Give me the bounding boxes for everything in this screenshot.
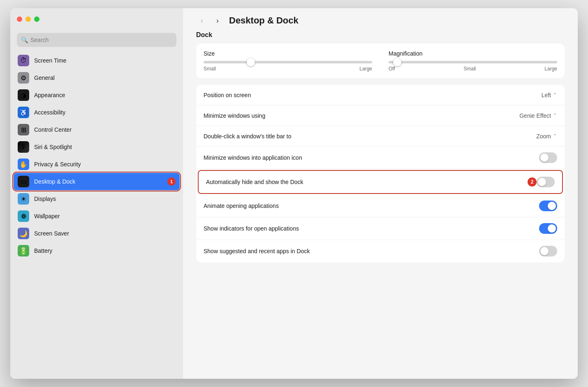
sidebar-item-displays[interactable]: ☀Displays xyxy=(14,190,180,207)
row-value-double-click[interactable]: Zoom ⌃ xyxy=(536,133,557,140)
sidebar-item-label-displays: Displays xyxy=(34,196,56,202)
sidebar-item-control-center[interactable]: ⊞Control Center xyxy=(14,121,180,138)
sidebar-item-wallpaper[interactable]: ❁Wallpaper xyxy=(14,207,180,225)
dock-section-title: Dock xyxy=(196,31,565,39)
sidebar-item-desktop-dock[interactable]: ▭Desktop & Dock1 xyxy=(14,173,180,190)
wallpaper-icon: ❁ xyxy=(18,210,29,222)
sidebar-item-label-desktop-dock: Desktop & Dock xyxy=(34,178,75,185)
toggle-thumb-animate xyxy=(548,202,556,210)
sidebar-item-label-general: General xyxy=(34,75,55,81)
row-label-minimize-using: Minimize windows using xyxy=(204,112,519,119)
search-icon: 🔍 xyxy=(21,37,28,43)
row-label-position: Position on screen xyxy=(204,92,542,98)
sidebar-item-general[interactable]: ⚙General xyxy=(14,69,180,86)
size-slider-track[interactable] xyxy=(204,61,372,63)
sidebar-badge-desktop-dock: 1 xyxy=(167,177,176,186)
sidebar-item-label-siri-spotlight: Siri & Spotlight xyxy=(34,144,72,150)
settings-row-show-recent[interactable]: Show suggested and recent apps in Dock xyxy=(196,240,565,262)
size-slider-labels: Small Large xyxy=(204,66,372,72)
search-bar[interactable]: 🔍 Search xyxy=(17,33,176,47)
battery-icon: 🔋 xyxy=(18,245,29,256)
settings-row-position: Position on screenLeft ⌃ xyxy=(196,85,565,105)
toggle-auto-hide[interactable] xyxy=(537,177,555,187)
magnification-label: Magnification xyxy=(389,50,557,57)
sidebar-item-label-privacy-security: Privacy & Security xyxy=(34,161,81,168)
accessibility-icon: ♿ xyxy=(18,107,29,118)
general-icon: ⚙ xyxy=(18,72,29,84)
row-label-show-recent: Show suggested and recent apps in Dock xyxy=(204,248,539,254)
displays-icon: ☀ xyxy=(18,193,29,205)
toggle-show-indicators[interactable] xyxy=(539,223,557,234)
sidebar-item-label-screen-saver: Screen Saver xyxy=(34,230,69,237)
toggle-animate[interactable] xyxy=(539,200,557,211)
toggle-minimize-icon[interactable] xyxy=(539,152,557,163)
sliders-card: Size Small Large Magnification xyxy=(196,44,565,78)
page-title: Desktop & Dock xyxy=(229,15,299,26)
sidebar-item-label-appearance: Appearance xyxy=(34,92,65,98)
row-value-minimize-using[interactable]: Genie Effect ⌃ xyxy=(519,112,557,119)
title-bar xyxy=(10,8,183,30)
main-window: 🔍 Search ⏱Screen Time⚙General◑Appearance… xyxy=(10,8,578,379)
appearance-icon: ◑ xyxy=(18,89,29,101)
sliders-row: Size Small Large Magnification xyxy=(204,50,557,72)
sidebar-item-appearance[interactable]: ◑Appearance xyxy=(14,86,180,104)
size-slider-thumb[interactable] xyxy=(247,58,255,66)
sidebar-item-siri-spotlight[interactable]: 🎙Siri & Spotlight xyxy=(14,138,180,156)
row-label-minimize-icon: Minimize windows into application icon xyxy=(204,154,539,161)
mag-off-label: Off xyxy=(389,66,395,72)
row-label-double-click: Double-click a window's title bar to xyxy=(204,133,536,140)
step-badge-auto-hide: 2 xyxy=(528,177,537,187)
sidebar-item-label-wallpaper: Wallpaper xyxy=(34,213,60,219)
minimize-button[interactable] xyxy=(25,16,31,22)
size-label: Size xyxy=(204,50,372,57)
sidebar-item-label-accessibility: Accessibility xyxy=(34,109,65,116)
settings-row-animate[interactable]: Animate opening applications xyxy=(196,195,565,217)
settings-row-double-click: Double-click a window's title bar toZoom… xyxy=(196,126,565,147)
main-header: ‹ › Desktop & Dock xyxy=(183,8,578,31)
mag-slider-track[interactable] xyxy=(389,61,557,63)
traffic-lights xyxy=(17,16,39,22)
toggle-thumb-show-indicators xyxy=(548,224,556,233)
toggle-thumb-show-recent xyxy=(540,247,549,255)
sidebar-item-privacy-security[interactable]: ✋Privacy & Security xyxy=(14,156,180,173)
control-center-icon: ⊞ xyxy=(18,124,29,135)
mag-small-label: Small xyxy=(464,66,476,72)
sidebar-item-accessibility[interactable]: ♿Accessibility xyxy=(14,104,180,121)
close-button[interactable] xyxy=(17,16,22,22)
toggle-thumb-minimize-icon xyxy=(540,154,549,162)
back-button[interactable]: ‹ xyxy=(196,15,208,26)
sidebar-item-battery[interactable]: 🔋Battery xyxy=(14,242,180,259)
size-slider-group: Size Small Large xyxy=(204,50,372,72)
sidebar: 🔍 Search ⏱Screen Time⚙General◑Appearance… xyxy=(10,8,183,379)
content-area: Dock Size Small Large Ma xyxy=(183,31,578,282)
settings-row-minimize-using: Minimize windows usingGenie Effect ⌃ xyxy=(196,105,565,126)
row-label-animate: Animate opening applications xyxy=(204,203,539,209)
sidebar-item-screen-time[interactable]: ⏱Screen Time xyxy=(14,52,180,69)
maximize-button[interactable] xyxy=(34,16,39,22)
sidebar-list: ⏱Screen Time⚙General◑Appearance♿Accessib… xyxy=(10,52,183,379)
toggle-show-recent[interactable] xyxy=(539,246,557,256)
magnification-slider-group: Magnification Off Small Large xyxy=(389,50,557,72)
desktop-dock-icon: ▭ xyxy=(18,176,29,187)
screen-time-icon: ⏱ xyxy=(18,55,29,66)
size-small-label: Small xyxy=(204,66,216,72)
settings-row-auto-hide[interactable]: Automatically hide and show the Dock2 xyxy=(199,171,562,193)
row-value-position[interactable]: Left ⌃ xyxy=(542,92,557,98)
search-placeholder: Search xyxy=(30,37,49,43)
sidebar-item-label-control-center: Control Center xyxy=(34,126,72,133)
highlight-wrapper-auto-hide: Automatically hide and show the Dock2 xyxy=(198,170,563,194)
mag-large-label: Large xyxy=(544,66,557,72)
screen-saver-icon: 🌙 xyxy=(18,228,29,239)
settings-row-show-indicators[interactable]: Show indicators for open applications xyxy=(196,217,565,240)
sidebar-item-label-screen-time: Screen Time xyxy=(34,57,67,64)
toggle-thumb-auto-hide xyxy=(538,178,546,186)
size-large-label: Large xyxy=(359,66,372,72)
main-content: ‹ › Desktop & Dock Dock Size Small Large xyxy=(183,8,578,379)
sidebar-item-screen-saver[interactable]: 🌙Screen Saver xyxy=(14,225,180,242)
mag-slider-thumb[interactable] xyxy=(393,58,401,66)
forward-button[interactable]: › xyxy=(212,15,223,26)
siri-spotlight-icon: 🎙 xyxy=(18,141,29,153)
settings-row-minimize-icon[interactable]: Minimize windows into application icon xyxy=(196,147,565,169)
row-label-auto-hide: Automatically hide and show the Dock xyxy=(206,179,523,185)
settings-card: Position on screenLeft ⌃Minimize windows… xyxy=(196,85,565,262)
